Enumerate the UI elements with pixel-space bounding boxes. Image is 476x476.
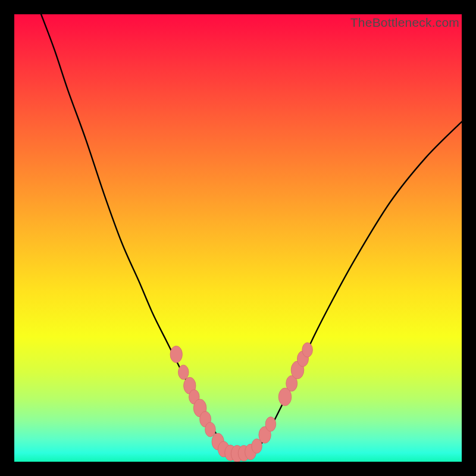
curve-marker xyxy=(170,346,182,362)
bottleneck-curve xyxy=(41,14,462,453)
chart-frame: TheBottleneck.com xyxy=(0,0,476,476)
curve-marker xyxy=(302,343,313,357)
chart-overlay xyxy=(14,14,462,462)
curve-marker xyxy=(178,365,189,379)
curve-markers xyxy=(170,343,312,462)
curve-marker xyxy=(265,417,276,431)
curve-marker xyxy=(205,422,216,437)
